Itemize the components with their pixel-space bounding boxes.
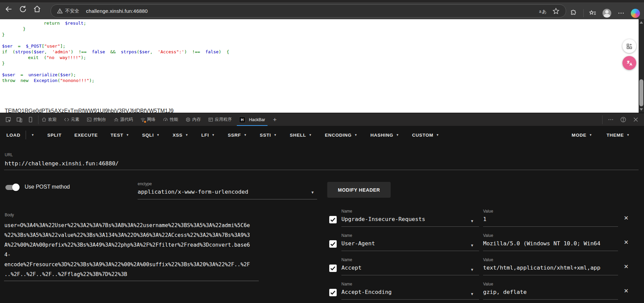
- devtools-tab-网络[interactable]: 网络: [137, 113, 159, 126]
- header-name-select[interactable]: Accept: [341, 265, 479, 271]
- dock-side-icon[interactable]: [27, 116, 34, 123]
- header-name-dropdown-icon[interactable]: ▼: [470, 219, 474, 223]
- header-name-select[interactable]: User-Agent: [341, 240, 479, 247]
- sidebar-collections-button[interactable]: [622, 39, 636, 53]
- application-icon: [208, 117, 213, 122]
- remove-header-button[interactable]: ✕: [623, 239, 629, 246]
- code-line: }: [2, 60, 229, 66]
- extensions-icon[interactable]: [570, 9, 577, 17]
- favorite-star-icon[interactable]: [552, 7, 560, 15]
- home-icon: [41, 117, 47, 122]
- header-name-dropdown-icon[interactable]: ▼: [470, 292, 474, 296]
- not-secure-label[interactable]: 不安全: [65, 8, 79, 14]
- performance-icon: [163, 117, 168, 122]
- tab-label: 源代码: [120, 117, 133, 122]
- header-name-label: Name: [341, 209, 479, 214]
- refresh-icon[interactable]: [19, 5, 27, 13]
- browser-toolbar: 不安全 challenge.xinshi.fun:46880 aあ: [0, 2, 644, 19]
- scroll-up-arrow[interactable]: [640, 21, 643, 24]
- tab-label: 应用程序: [215, 117, 232, 122]
- tabbar-right-divider: [602, 115, 603, 124]
- page-scrollbar[interactable]: [639, 19, 644, 113]
- header-enabled-checkbox[interactable]: [329, 240, 337, 248]
- remove-header-button[interactable]: ✕: [623, 288, 629, 295]
- back-icon[interactable]: [5, 5, 13, 13]
- new-tab-plus-button[interactable]: +: [269, 113, 281, 126]
- hackbar-icon: H: [239, 117, 247, 123]
- scroll-down-arrow[interactable]: [640, 108, 643, 111]
- code-line: [2, 66, 229, 72]
- remove-header-button[interactable]: ✕: [623, 215, 629, 222]
- header-value-input[interactable]: text/html,application/xhtml+xml,app: [483, 265, 618, 271]
- window-top-strip: [0, 0, 644, 2]
- header-row: NameValue: [0, 299, 644, 303]
- code-line: return $result;: [2, 20, 229, 26]
- devtools-tab-性能[interactable]: 性能: [159, 113, 182, 126]
- tab-label: 元素: [71, 117, 79, 122]
- devtools-tab-hackbar[interactable]: HHackBar: [235, 113, 269, 126]
- base64-output: TElMQ1RGe0dPTk5AXzExTmRfWW91Ul9hbjV3RVJf…: [5, 108, 173, 113]
- address-bar[interactable]: 不安全 challenge.xinshi.fun:46880 aあ: [51, 4, 566, 18]
- header-value-input[interactable]: Mozilla/5.0 (Windows NT 10.0; Win64: [483, 240, 618, 247]
- home-icon[interactable]: [33, 5, 41, 13]
- code-line: exit ("no way!!!!");: [2, 55, 229, 60]
- header-value-label: Value: [483, 209, 618, 214]
- hackbar-panel: LOAD▼SPLITEXECUTETEST▼SQLI▼XSS▼LFI▼SSRF▼…: [0, 126, 644, 303]
- code-line: $user = unserialize($ser);: [2, 72, 229, 78]
- devtools-tab-元素[interactable]: 元素: [60, 113, 83, 126]
- header-value-input[interactable]: gzip, deflate: [483, 289, 618, 295]
- header-name-select[interactable]: Upgrade-Insecure-Requests: [341, 216, 479, 222]
- code-line: }: [2, 32, 229, 37]
- devtools-tab-控制台[interactable]: 控制台: [83, 113, 110, 126]
- elements-icon: [64, 117, 69, 122]
- url-text[interactable]: challenge.xinshi.fun:46880: [86, 8, 148, 14]
- code-line: $ser = $_POST["user"];: [2, 43, 229, 49]
- header-name-dropdown-icon[interactable]: ▼: [470, 268, 474, 272]
- code-line: throw new Exception("nonono!!!");: [2, 78, 229, 83]
- svg-text:あ: あ: [542, 9, 546, 14]
- header-value-label: Value: [483, 233, 618, 238]
- devtools-close-icon[interactable]: [633, 116, 639, 123]
- header-value-label: Value: [483, 282, 618, 286]
- header-row: NameAccept-Encoding▼Valuegzip, deflate✕: [0, 274, 644, 299]
- header-name-select[interactable]: Accept-Encoding: [341, 289, 479, 295]
- tab-label: 控制台: [93, 117, 106, 122]
- inspect-element-icon[interactable]: [5, 116, 11, 123]
- header-name-label: Name: [341, 257, 479, 262]
- devtools-tabs: 欢迎元素控制台源代码网络性能内存应用程序HHackBar+: [38, 113, 281, 126]
- translate-float-button[interactable]: [622, 56, 636, 70]
- network-recording-dot: [144, 121, 146, 123]
- svg-text:a: a: [539, 9, 541, 13]
- header-row: NameUpgrade-Insecure-Requests▼Value1✕: [0, 201, 644, 226]
- header-name-dropdown-icon[interactable]: ▼: [470, 243, 474, 247]
- not-secure-icon: [57, 8, 63, 14]
- header-value-label: Value: [483, 257, 618, 262]
- header-name-label: Name: [341, 282, 479, 286]
- devtools-tab-欢迎[interactable]: 欢迎: [38, 113, 60, 126]
- copilot-icon[interactable]: [631, 9, 640, 18]
- tab-label: 性能: [170, 117, 178, 122]
- devtools-help-icon[interactable]: [620, 116, 626, 123]
- header-value-input[interactable]: 1: [483, 216, 618, 222]
- code-line: if (strpos($ser, 'admin') !== false && s…: [2, 49, 229, 55]
- collections-icon[interactable]: [589, 9, 596, 17]
- translate-page-icon[interactable]: aあ: [539, 7, 546, 15]
- sources-icon: [114, 117, 119, 122]
- devtools-tab-应用程序[interactable]: 应用程序: [204, 113, 235, 126]
- header-enabled-checkbox[interactable]: [329, 289, 337, 296]
- devtools-tabbar: 欢迎元素控制台源代码网络性能内存应用程序HHackBar+: [0, 113, 644, 126]
- devtools-tab-源代码[interactable]: 源代码: [110, 113, 137, 126]
- memory-icon: [186, 117, 191, 122]
- screen: 不安全 challenge.xinshi.fun:46880 aあ return…: [0, 0, 644, 303]
- scrollbar-thumb[interactable]: [639, 79, 643, 106]
- header-enabled-checkbox[interactable]: [329, 216, 337, 223]
- devtools-tab-内存[interactable]: 内存: [182, 113, 204, 126]
- header-enabled-checkbox[interactable]: [329, 265, 337, 272]
- devtools-more-icon[interactable]: [608, 116, 614, 123]
- header-rows: NameUpgrade-Insecure-Requests▼Value1✕Nam…: [0, 126, 644, 303]
- settings-more-icon[interactable]: [617, 9, 625, 17]
- device-toolbar-icon[interactable]: [16, 116, 23, 123]
- tab-label: 网络: [147, 117, 156, 122]
- profile-avatar[interactable]: [603, 9, 611, 18]
- remove-header-button[interactable]: ✕: [623, 264, 629, 270]
